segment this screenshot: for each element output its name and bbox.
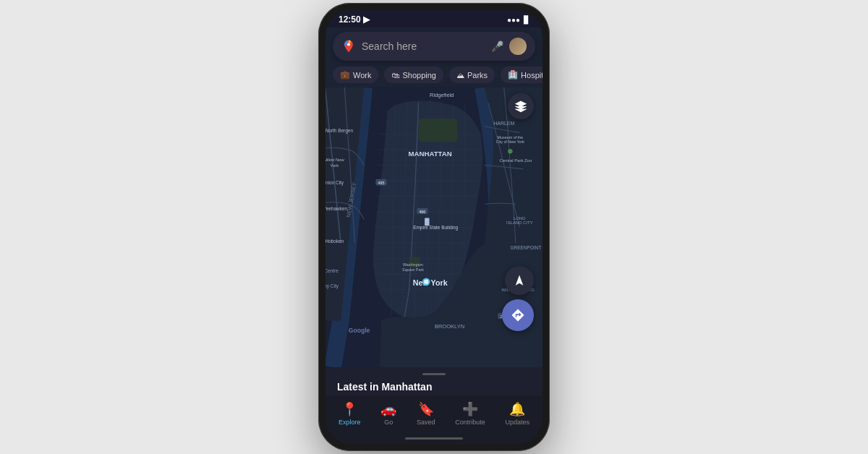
svg-text:496: 496 — [419, 210, 425, 214]
explore-icon: 📍 — [341, 401, 357, 417]
svg-text:HARLEM: HARLEM — [493, 121, 514, 126]
saved-label: Saved — [417, 419, 435, 426]
hospital-icon: 🏥 — [508, 70, 518, 80]
mic-icon[interactable]: 🎤 — [491, 40, 503, 52]
status-bar: 12:50 ▶ ●●● ▊ — [326, 10, 542, 27]
svg-point-0 — [347, 43, 350, 46]
chip-shopping[interactable]: 🛍 Shopping — [384, 67, 443, 83]
chip-hospitals-label: Hospit... — [521, 71, 542, 80]
contribute-label: Contribute — [455, 419, 485, 426]
svg-text:GREENPOINT: GREENPOINT — [511, 245, 542, 250]
svg-rect-20 — [419, 119, 458, 142]
updates-icon: 🔔 — [509, 401, 525, 417]
svg-text:New York: New York — [413, 278, 448, 287]
nav-saved[interactable]: 🔖 Saved — [417, 401, 435, 426]
directions-button[interactable] — [502, 299, 534, 331]
shopping-icon: 🛍 — [391, 71, 399, 80]
svg-text:Central Park Zoo: Central Park Zoo — [500, 158, 532, 163]
svg-text:Union City: Union City — [326, 180, 344, 186]
saved-icon: 🔖 — [418, 401, 434, 417]
bottom-sheet-title: Latest in Manhattan — [337, 381, 531, 393]
svg-point-41 — [508, 149, 512, 153]
map-area[interactable]: 495 496 278 Ridgefield North Bergen West… — [326, 87, 542, 367]
status-time: 12:50 ▶ — [339, 14, 370, 25]
nav-explore[interactable]: 📍 Explore — [339, 401, 361, 426]
home-indicator — [326, 434, 542, 444]
chip-work-label: Work — [353, 71, 371, 80]
svg-text:LONG: LONG — [514, 216, 526, 220]
chip-parks[interactable]: ⛰ Parks — [449, 67, 495, 83]
svg-text:Ridgefield: Ridgefield — [430, 92, 454, 98]
bottom-sheet[interactable]: Latest in Manhattan — [326, 367, 542, 395]
svg-text:York: York — [331, 163, 339, 168]
parks-icon: ⛰ — [456, 71, 464, 80]
svg-text:ey City: ey City — [326, 283, 339, 289]
svg-text:ISLAND CITY: ISLAND CITY — [506, 220, 532, 225]
nav-go[interactable]: 🚗 Go — [380, 401, 396, 426]
chip-parks-label: Parks — [467, 71, 488, 80]
phone-screen: 12:50 ▶ ●●● ▊ Search here 🎤 💼 Work — [326, 10, 542, 444]
nav-updates[interactable]: 🔔 Updates — [506, 401, 530, 426]
nav-contribute[interactable]: ➕ Contribute — [455, 401, 485, 426]
chip-shopping-label: Shopping — [402, 71, 436, 80]
go-icon: 🚗 — [380, 401, 396, 417]
svg-text:Hoboken: Hoboken — [326, 239, 344, 244]
svg-text:Weehawken: Weehawken — [326, 206, 347, 211]
updates-label: Updates — [506, 419, 530, 426]
svg-text:Square Park: Square Park — [402, 267, 424, 272]
svg-marker-57 — [516, 275, 524, 286]
go-label: Go — [384, 419, 393, 426]
phone-frame: 12:50 ▶ ●●● ▊ Search here 🎤 💼 Work — [318, 3, 550, 451]
bottom-nav: 📍 Explore 🚗 Go 🔖 Saved ➕ Contribute 🔔 Up… — [326, 395, 542, 434]
maps-logo-icon — [341, 39, 356, 53]
search-bar[interactable]: Search here 🎤 — [333, 32, 535, 61]
status-icons: ●●● ▊ — [507, 16, 529, 24]
bottom-sheet-handle — [422, 373, 446, 375]
svg-text:MANHATTAN: MANHATTAN — [409, 150, 452, 158]
svg-text:Empire State Building: Empire State Building — [413, 225, 458, 231]
avatar[interactable] — [509, 38, 527, 55]
explore-label: Explore — [339, 419, 361, 426]
svg-text:North Bergen: North Bergen — [326, 128, 353, 134]
svg-text:BROOKLYN: BROOKLYN — [435, 323, 464, 330]
battery-icon: ▊ — [524, 16, 529, 24]
svg-text:Museum of the: Museum of the — [498, 135, 523, 140]
chip-work[interactable]: 💼 Work — [333, 67, 378, 83]
svg-text:City of New York: City of New York — [496, 140, 525, 144]
wifi-icon: ●●● — [507, 16, 520, 24]
layers-button[interactable] — [508, 93, 534, 119]
home-bar — [405, 437, 463, 440]
svg-text:495: 495 — [378, 181, 384, 185]
contribute-icon: ➕ — [462, 401, 478, 417]
location-button[interactable] — [505, 266, 534, 295]
work-icon: 💼 — [340, 70, 350, 80]
category-chips: 💼 Work 🛍 Shopping ⛰ Parks 🏥 Hospit... — [326, 64, 542, 87]
svg-point-56 — [424, 280, 428, 284]
svg-text:Google: Google — [349, 327, 370, 334]
chip-hospitals[interactable]: 🏥 Hospit... — [501, 67, 542, 83]
svg-text:West New: West New — [326, 158, 345, 162]
svg-text:Washington: Washington — [403, 262, 423, 267]
search-placeholder: Search here — [362, 40, 485, 52]
svg-text:Centre: Centre — [326, 268, 339, 273]
